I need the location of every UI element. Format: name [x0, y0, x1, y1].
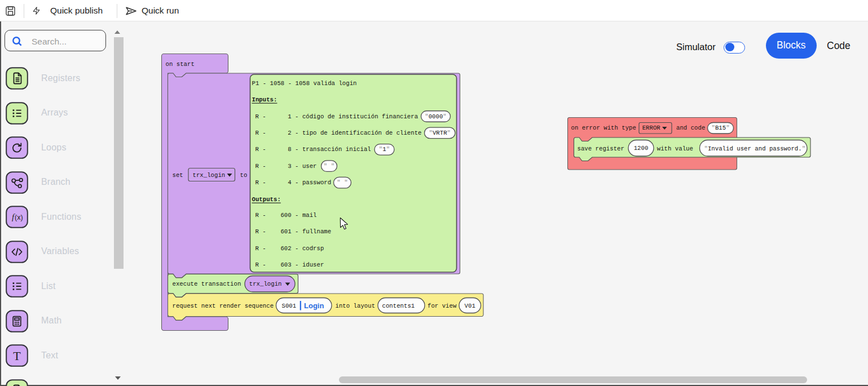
svg-text:contents1: contents1: [382, 303, 415, 309]
svg-text:V01: V01: [465, 303, 475, 309]
svg-text:R - 3 - user: R - 3 - user: [255, 163, 317, 170]
svg-text:Login: Login: [304, 301, 324, 310]
svg-text:R - 601 - fullname: R - 601 - fullname: [255, 228, 332, 235]
svg-text:P1 - 1058 - 1058 valida login: P1 - 1058 - 1058 valida login: [252, 80, 357, 87]
svg-text:request next render sequence: request next render sequence: [173, 303, 274, 309]
svg-text:"VRTR": "VRTR": [429, 130, 451, 136]
svg-text:"B15": "B15": [711, 125, 729, 131]
svg-text:to: to: [240, 172, 248, 179]
svg-text:set: set: [173, 172, 183, 179]
svg-text:"Invalid user and password.": "Invalid user and password.": [704, 145, 806, 152]
svg-text:(x): (x): [15, 214, 23, 221]
svg-text:R - 603 - iduser: R - 603 - iduser: [255, 261, 324, 268]
svg-text:ERROR: ERROR: [642, 125, 661, 131]
svg-text:1200: 1200: [634, 145, 649, 152]
svg-text:execute transaction: execute transaction: [173, 281, 241, 287]
svg-text:with value: with value: [657, 145, 693, 152]
svg-text:into layout: into layout: [336, 303, 376, 309]
svg-text:R - 1 - código de institu: R - 1 - código de institución financiera: [255, 113, 418, 120]
svg-text:Outputs:: Outputs:: [252, 196, 281, 203]
svg-text:" ": " ": [324, 163, 334, 170]
svg-text:" ": " ": [337, 179, 347, 186]
svg-text:R - 2 - tipo de identific: R - 2 - tipo de identificación de client…: [255, 130, 422, 136]
svg-text:R - 8 - transacción inici: R - 8 - transacción inicial: [255, 146, 371, 153]
svg-text:S001: S001: [282, 303, 297, 309]
svg-text:R - 602 - codrsp: R - 602 - codrsp: [255, 245, 324, 252]
svg-text:R - 600 - mail: R - 600 - mail: [255, 212, 317, 219]
svg-text:and code: and code: [676, 125, 705, 131]
svg-text:for view: for view: [428, 303, 457, 309]
svg-text:on start: on start: [166, 61, 195, 68]
svg-text:T: T: [13, 349, 21, 363]
svg-text:Inputs:: Inputs:: [252, 96, 277, 103]
svg-text:save register: save register: [578, 145, 624, 152]
svg-text:"1": "1": [379, 146, 390, 153]
svg-text:R - 4 - password: R - 4 - password: [255, 179, 332, 186]
svg-text:trx_login: trx_login: [193, 172, 226, 179]
svg-text:"0000": "0000": [425, 113, 447, 120]
svg-text:trx_login: trx_login: [249, 281, 282, 287]
svg-text:on error with type: on error with type: [571, 125, 636, 131]
